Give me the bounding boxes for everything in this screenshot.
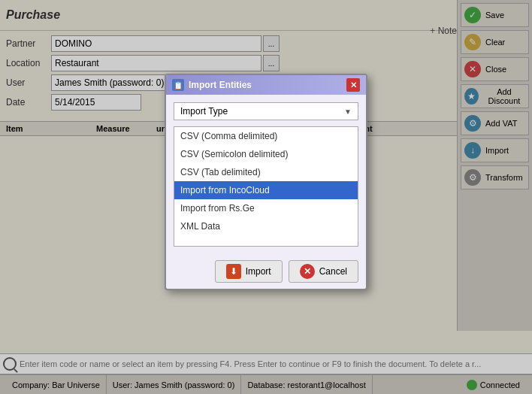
main-window: Purchase 🏪 Note Partner ... Location ...… — [0, 0, 532, 394]
list-item[interactable]: XML Data — [174, 217, 358, 235]
dialog-cancel-button[interactable]: ✕ Cancel — [289, 260, 358, 283]
dialog-title: Import Entities — [189, 80, 342, 90]
list-item[interactable]: CSV (Tab delimited) — [174, 163, 358, 181]
import-dialog: 📋 Import Entities ✕ Import Type ▼ CSV (C… — [165, 74, 367, 290]
import-list: CSV (Comma delimited) CSV (Semicolon del… — [174, 126, 358, 247]
import-type-dropdown[interactable]: Import Type ▼ — [174, 102, 358, 120]
dropdown-header[interactable]: Import Type ▼ — [174, 102, 358, 120]
dialog-body: Import Type ▼ CSV (Comma delimited) CSV … — [166, 95, 366, 254]
dialog-cancel-label: Cancel — [319, 266, 347, 277]
dialog-import-label: Import — [246, 266, 271, 277]
dialog-import-button[interactable]: ⬇ Import — [215, 260, 283, 283]
list-item-selected[interactable]: Import from IncoCloud — [174, 181, 358, 199]
dialog-close-button[interactable]: ✕ — [346, 78, 360, 92]
list-item[interactable]: CSV (Semicolon delimited) — [174, 145, 358, 163]
dialog-import-icon: ⬇ — [226, 264, 241, 279]
modal-overlay: 📋 Import Entities ✕ Import Type ▼ CSV (C… — [0, 0, 532, 394]
dialog-footer: ⬇ Import ✕ Cancel — [166, 254, 366, 289]
dialog-titlebar: 📋 Import Entities ✕ — [166, 75, 366, 95]
import-type-label: Import Type — [180, 106, 228, 117]
list-item[interactable]: CSV (Comma delimited) — [174, 127, 358, 145]
dialog-cancel-icon: ✕ — [300, 264, 315, 279]
list-item[interactable]: Import from Rs.Ge — [174, 199, 358, 217]
dialog-icon: 📋 — [172, 79, 184, 91]
chevron-down-icon: ▼ — [344, 108, 352, 116]
